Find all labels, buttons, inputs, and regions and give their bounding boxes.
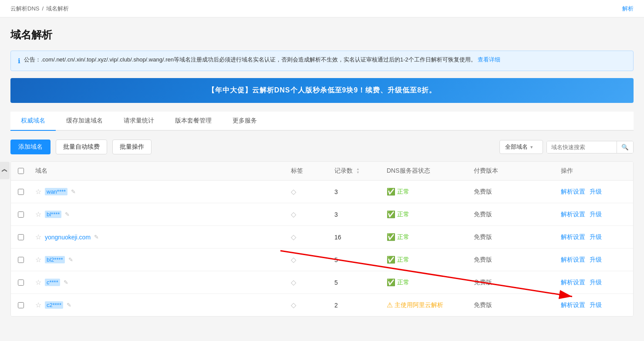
tab-cache[interactable]: 缓存加速域名: [56, 112, 113, 131]
row2-upgrade-link[interactable]: 升级: [590, 211, 602, 218]
top-nav-right-link[interactable]: 解析: [622, 5, 634, 13]
row6-checkbox[interactable]: [18, 302, 24, 308]
row4-upgrade-link[interactable]: 升级: [590, 256, 602, 264]
row5-status-icon: ✅: [387, 278, 395, 286]
row4-settings-link[interactable]: 解析设置: [561, 256, 585, 264]
table-row: ☆ wan**** ✎ ◇ 3 ✅ 正常 免费版 解析设置 升级: [11, 181, 633, 203]
domain-search-box: 🔍: [546, 141, 634, 153]
row4-tag-icon: ◇: [291, 256, 296, 263]
row5-version: 免费版: [474, 279, 561, 286]
row1-upgrade-link[interactable]: 升级: [590, 188, 602, 196]
breadcrumb-current: 域名解析: [46, 5, 69, 13]
search-button[interactable]: 🔍: [617, 141, 633, 153]
row1-dns-status: ✅ 正常: [387, 188, 474, 196]
row2-checkbox[interactable]: [18, 211, 24, 218]
domain-filter-label: 全部域名: [505, 143, 528, 151]
batch-ops-button[interactable]: 批量操作: [112, 140, 152, 154]
domain-filter-dropdown[interactable]: 全部域名 ▾: [499, 140, 543, 154]
row4-edit-icon[interactable]: ✎: [68, 256, 73, 263]
row6-domain-text: c2****: [45, 301, 63, 309]
row6-star-icon[interactable]: ☆: [35, 301, 41, 309]
row6-actions: 解析设置 升级: [561, 301, 626, 309]
sidebar-collapse-tab[interactable]: ❮: [0, 162, 10, 179]
tab-stats[interactable]: 请求量统计: [113, 112, 165, 131]
select-all-checkbox[interactable]: [18, 168, 24, 174]
row3-upgrade-link[interactable]: 升级: [590, 233, 602, 241]
notice-link[interactable]: 查看详细: [478, 56, 500, 63]
row4-records: 5: [334, 256, 387, 263]
notice-text: 公告：.com/.net/.cn/.xin/.top/.xyz/.vip/.cl…: [24, 55, 500, 65]
row6-status-icon: ⚠: [387, 301, 393, 309]
row2-domain-cell: ☆ bl**** ✎: [35, 210, 291, 218]
row4-version: 免费版: [474, 256, 561, 264]
tab-more[interactable]: 更多服务: [222, 112, 267, 131]
row5-settings-link[interactable]: 解析设置: [561, 279, 585, 286]
breadcrumb: 云解析DNS / 域名解析: [10, 5, 69, 13]
search-input[interactable]: [547, 141, 617, 153]
row2-settings-link[interactable]: 解析设置: [561, 211, 585, 218]
row5-upgrade-link[interactable]: 升级: [590, 279, 602, 286]
row3-dns-status: ✅ 正常: [387, 233, 474, 241]
row2-star-icon[interactable]: ☆: [35, 210, 41, 218]
row6-settings-link[interactable]: 解析设置: [561, 301, 585, 309]
promo-banner[interactable]: 【年中大促】云解析DNS个人版秒杀低至9块9！续费、升级低至8折。: [10, 78, 634, 103]
row3-checkbox[interactable]: [18, 234, 24, 240]
toolbar: 添加域名 批量自动续费 批量操作 全部域名 ▾ 🔍: [10, 140, 634, 154]
row6-upgrade-link[interactable]: 升级: [590, 301, 602, 309]
row4-dns-status: ✅ 正常: [387, 256, 474, 264]
table-row: ☆ c2**** ✎ ◇ 2 ⚠ 主使用阿里云解析 免费版 解析设置 升级: [11, 294, 633, 316]
row5-checkbox[interactable]: [18, 280, 24, 286]
row2-status-icon: ✅: [387, 210, 395, 218]
tab-authoritative[interactable]: 权威域名: [10, 112, 56, 131]
row3-version: 免费版: [474, 233, 561, 241]
top-nav: 云解析DNS / 域名解析 解析: [0, 0, 644, 17]
table-header: 域名 标签 记录数 ▲▼ DNS服务器状态 付费版本 操作: [11, 162, 633, 181]
row1-settings-link[interactable]: 解析设置: [561, 188, 585, 196]
tab-package[interactable]: 版本套餐管理: [165, 112, 222, 131]
row4-checkbox[interactable]: [18, 257, 24, 263]
row5-dns-status: ✅ 正常: [387, 278, 474, 286]
header-dns-status: DNS服务器状态: [387, 167, 474, 175]
header-action: 操作: [561, 167, 626, 175]
row4-domain-text: bl2****: [45, 256, 65, 263]
tab-bar: 权威域名 缓存加速域名 请求量统计 版本套餐管理 更多服务: [10, 112, 634, 131]
row3-edit-icon[interactable]: ✎: [94, 234, 99, 240]
add-domain-button[interactable]: 添加域名: [10, 140, 51, 154]
table-row: ☆ bl2**** ✎ ◇ 5 ✅ 正常 免费版 解析设置 升级: [11, 249, 633, 271]
row6-records: 2: [334, 302, 387, 309]
row1-domain-text: wan****: [45, 188, 67, 195]
row2-domain-text: bl****: [45, 211, 61, 218]
row1-checkbox[interactable]: [18, 189, 24, 195]
row5-domain-cell: ☆ c**** ✎: [35, 278, 291, 286]
row1-records: 3: [334, 188, 387, 195]
row6-dns-status: ⚠ 主使用阿里云解析: [387, 301, 474, 309]
row5-edit-icon[interactable]: ✎: [64, 279, 68, 286]
row3-status-icon: ✅: [387, 233, 395, 241]
header-records: 记录数 ▲▼: [334, 167, 387, 175]
row3-tag-icon: ◇: [291, 233, 296, 241]
row2-dns-status: ✅ 正常: [387, 210, 474, 218]
batch-renew-button[interactable]: 批量自动续费: [56, 140, 107, 154]
row1-star-icon[interactable]: ☆: [35, 188, 41, 196]
row1-edit-icon[interactable]: ✎: [71, 188, 76, 195]
row3-settings-link[interactable]: 解析设置: [561, 233, 585, 241]
row2-edit-icon[interactable]: ✎: [65, 211, 70, 218]
breadcrumb-parent[interactable]: 云解析DNS: [10, 5, 39, 13]
domain-table-wrapper: 域名 标签 记录数 ▲▼ DNS服务器状态 付费版本 操作 ☆ wan****: [10, 161, 634, 317]
row3-star-icon[interactable]: ☆: [35, 233, 41, 241]
row1-actions: 解析设置 升级: [561, 188, 626, 196]
row3-domain-link[interactable]: yongnuokeji.com: [45, 234, 91, 241]
row3-actions: 解析设置 升级: [561, 233, 626, 241]
sort-icon[interactable]: ▲▼: [356, 167, 360, 174]
domain-table: 域名 标签 记录数 ▲▼ DNS服务器状态 付费版本 操作 ☆ wan****: [10, 161, 634, 317]
header-checkbox-cell: [18, 168, 35, 174]
row6-tag-icon: ◇: [291, 301, 296, 309]
row5-star-icon[interactable]: ☆: [35, 278, 41, 286]
row4-status-icon: ✅: [387, 256, 395, 264]
row4-domain-cell: ☆ bl2**** ✎: [35, 256, 291, 264]
row1-domain-cell: ☆ wan**** ✎: [35, 188, 291, 196]
row4-star-icon[interactable]: ☆: [35, 256, 41, 264]
row1-tag-icon: ◇: [291, 188, 296, 195]
row6-edit-icon[interactable]: ✎: [67, 302, 71, 308]
chevron-down-icon: ▾: [530, 144, 533, 150]
